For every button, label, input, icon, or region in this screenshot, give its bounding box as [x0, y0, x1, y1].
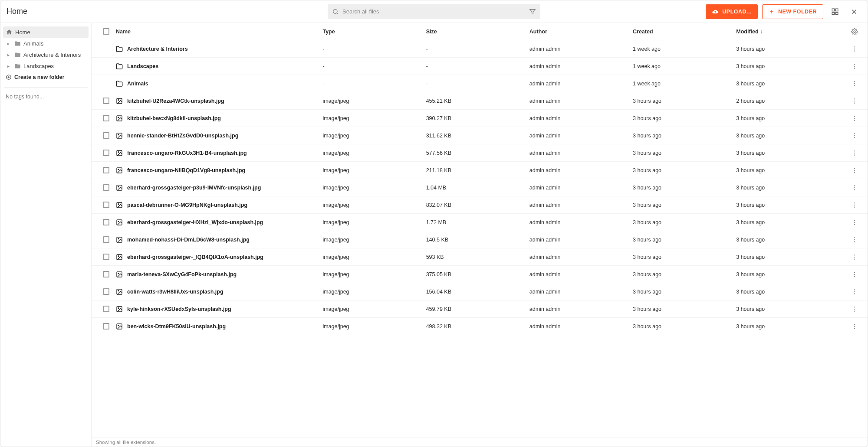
row-name: ben-wicks-Dtm9FK50sIU-unsplash.jpg [127, 323, 226, 330]
row-type: - [322, 81, 426, 87]
tree-folder-item[interactable]: ▸Animals [3, 38, 89, 49]
table-row[interactable]: francesco-ungaro-RkGUx3H1-B4-unsplash.jp… [92, 144, 868, 162]
table-row[interactable]: pascal-debrunner-O-MG9HpNKgI-unsplash.jp… [92, 196, 868, 214]
table-row[interactable]: eberhard-grossgasteiger-HXHzI_Wjxdo-unsp… [92, 214, 868, 231]
tree-folder-item[interactable]: ▸Architecture & Interiors [3, 49, 89, 60]
row-more-icon[interactable] [849, 61, 860, 72]
column-header-modified[interactable]: Modified ↓ [736, 29, 845, 35]
svg-point-28 [854, 102, 855, 103]
row-type: image/jpeg [322, 115, 426, 121]
row-checkbox[interactable] [103, 98, 109, 104]
sort-descending-icon: ↓ [760, 29, 763, 35]
row-created: 1 week ago [633, 81, 736, 87]
row-size: - [426, 63, 529, 69]
svg-point-50 [118, 186, 119, 187]
new-folder-button[interactable]: NEW FOLDER [762, 4, 823, 19]
column-header-type[interactable]: Type [322, 29, 426, 35]
table-row[interactable]: eberhard-grossgasteiger-p3u9-lMVNfc-unsp… [92, 179, 868, 196]
table-row[interactable]: Architecture & Interiors--admin admin1 w… [92, 40, 868, 58]
tree-folder-label: Landscapes [23, 63, 54, 69]
svg-point-43 [854, 154, 855, 155]
svg-point-81 [854, 289, 855, 290]
row-checkbox[interactable] [103, 115, 109, 121]
table-row[interactable]: kyle-hinkson-rXSUedxSyIs-unsplash.jpgima… [92, 300, 868, 318]
table-row[interactable]: eberhard-grossgasteiger-_lQB4QlX1oA-unsp… [92, 248, 868, 266]
create-folder-label: Create a new folder [14, 74, 64, 80]
tree-folder-item[interactable]: ▸Landscapes [3, 60, 89, 72]
row-modified: 3 hours ago [736, 185, 845, 191]
row-name: kyle-hinkson-rXSUedxSyIs-unsplash.jpg [127, 306, 231, 312]
row-checkbox[interactable] [103, 202, 109, 208]
upload-button[interactable]: UPLOAD... [706, 4, 758, 19]
table-row[interactable]: kitzbuhel-U2Reza4WCtk-unsplash.jpgimage/… [92, 92, 868, 110]
table-row[interactable]: maria-teneva-SXwCyG4FoPk-unsplash.jpgima… [92, 266, 868, 283]
row-more-icon[interactable] [849, 321, 860, 332]
row-created: 3 hours ago [633, 237, 736, 243]
table-row[interactable]: hennie-stander-BtHtZsGvdD0-unsplash.jpgi… [92, 127, 868, 144]
row-more-icon[interactable] [849, 269, 860, 280]
row-more-icon[interactable] [849, 183, 860, 193]
table-row[interactable]: francesco-ungaro-NilBQqD1Vg8-unsplash.jp… [92, 162, 868, 179]
folder-icon [14, 40, 21, 47]
row-checkbox[interactable] [103, 184, 109, 191]
row-more-icon[interactable] [849, 252, 860, 262]
svg-point-87 [854, 308, 855, 309]
row-more-icon[interactable] [849, 44, 860, 54]
row-more-icon[interactable] [849, 113, 860, 124]
table-row[interactable]: kitzbuhel-bwcxNg8dkiI-unsplash.jpgimage/… [92, 110, 868, 127]
row-more-icon[interactable] [849, 165, 860, 176]
select-all-checkbox[interactable] [103, 28, 109, 35]
table-row[interactable]: Animals--admin admin1 week ago3 hours ag… [92, 75, 868, 92]
svg-point-90 [118, 325, 119, 326]
row-more-icon[interactable] [849, 287, 860, 297]
table-row[interactable]: Landscapes--admin admin1 week ago3 hours… [92, 58, 868, 75]
row-modified: 3 hours ago [736, 81, 845, 87]
svg-point-57 [854, 204, 855, 205]
row-checkbox[interactable] [103, 219, 109, 225]
row-checkbox[interactable] [103, 254, 109, 260]
tree-root-label: Home [15, 29, 30, 36]
svg-point-16 [854, 48, 855, 49]
table-row[interactable]: colin-watts-r3wH8lliUxs-unsplash.jpgimag… [92, 283, 868, 300]
row-more-icon[interactable] [849, 78, 860, 89]
row-more-icon[interactable] [849, 148, 860, 158]
row-name: maria-teneva-SXwCyG4FoPk-unsplash.jpg [127, 271, 237, 277]
settings-icon[interactable] [851, 28, 858, 35]
table-row[interactable]: ben-wicks-Dtm9FK50sIU-unsplash.jpgimage/… [92, 318, 868, 335]
row-more-icon[interactable] [849, 217, 860, 228]
row-author: admin admin [529, 323, 633, 330]
search-input[interactable] [342, 8, 526, 15]
row-more-icon[interactable] [849, 96, 860, 106]
tree-root-home[interactable]: Home [3, 26, 89, 38]
search-box[interactable] [328, 4, 540, 19]
row-checkbox[interactable] [103, 167, 109, 173]
row-checkbox[interactable] [103, 150, 109, 156]
svg-point-58 [854, 206, 855, 207]
row-type: image/jpeg [322, 98, 426, 104]
grid-view-button[interactable] [828, 4, 842, 19]
svg-point-21 [854, 81, 855, 82]
row-type: image/jpeg [322, 271, 426, 277]
close-button[interactable] [847, 4, 861, 19]
row-author: admin admin [529, 202, 633, 208]
row-checkbox[interactable] [103, 288, 109, 295]
row-checkbox[interactable] [103, 306, 109, 312]
create-folder-link[interactable]: Create a new folder [3, 72, 89, 83]
column-header-size[interactable]: Size [426, 29, 529, 35]
column-header-author[interactable]: Author [529, 29, 633, 35]
row-more-icon[interactable] [849, 200, 860, 210]
column-header-created[interactable]: Created [633, 29, 736, 35]
row-author: admin admin [529, 115, 633, 121]
row-more-icon[interactable] [849, 235, 860, 245]
row-more-icon[interactable] [849, 131, 860, 141]
row-author: admin admin [529, 167, 633, 173]
table-row[interactable]: mohamed-nohassi-Di-DmLD6cW8-unsplash.jpg… [92, 231, 868, 248]
row-checkbox[interactable] [103, 132, 109, 139]
row-checkbox[interactable] [103, 323, 109, 330]
filter-icon[interactable] [529, 8, 536, 15]
row-more-icon[interactable] [849, 304, 860, 314]
column-header-name[interactable]: Name [114, 29, 322, 35]
row-checkbox[interactable] [103, 271, 109, 277]
svg-point-51 [854, 185, 855, 186]
row-checkbox[interactable] [103, 236, 109, 243]
